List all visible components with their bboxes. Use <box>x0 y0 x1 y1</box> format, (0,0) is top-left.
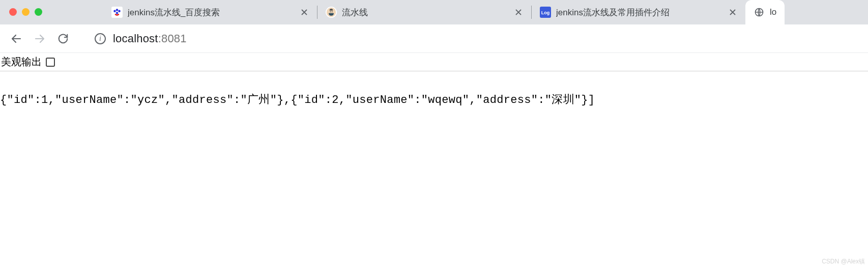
pretty-print-label: 美观输出 <box>1 55 42 69</box>
tabs-container: jenkins流水线_百度搜索 流水线 Log jenkins流水线及常用插件介… <box>103 0 868 24</box>
tab-title: lo <box>770 7 776 17</box>
site-info-icon[interactable]: i <box>95 33 106 44</box>
svg-point-1 <box>116 9 119 11</box>
svg-text:Log: Log <box>541 10 550 15</box>
tab-baidu-search[interactable]: jenkins流水线_百度搜索 <box>103 0 317 24</box>
window-close-button[interactable] <box>9 8 17 16</box>
tab-title: 流水线 <box>342 7 509 18</box>
tab-close-icon[interactable] <box>728 8 737 17</box>
tab-localhost[interactable]: lo <box>745 0 785 24</box>
tab-close-icon[interactable] <box>300 8 309 17</box>
pretty-print-checkbox[interactable] <box>46 58 55 67</box>
address-bar[interactable]: i localhost:8081 <box>82 29 862 49</box>
reload-button[interactable] <box>53 29 73 49</box>
window-controls <box>9 8 42 16</box>
svg-point-2 <box>118 10 121 13</box>
tab-close-icon[interactable] <box>514 8 523 17</box>
tab-title: jenkins流水线及常用插件介绍 <box>556 7 723 18</box>
svg-point-6 <box>330 11 331 12</box>
tab-bar: jenkins流水线_百度搜索 流水线 Log jenkins流水线及常用插件介… <box>0 0 868 24</box>
toolbar: i localhost:8081 <box>0 24 868 53</box>
pretty-print-bar: 美观输出 <box>0 53 868 71</box>
url-port: :8081 <box>158 32 187 45</box>
globe-favicon-icon <box>754 7 765 18</box>
svg-point-7 <box>332 11 333 12</box>
watermark: CSDN @Alex镇 <box>822 257 865 266</box>
baidu-favicon-icon <box>111 7 123 18</box>
csdn-favicon-icon: Log <box>540 7 551 18</box>
window-minimize-button[interactable] <box>22 8 30 16</box>
json-response-body: {"id":1,"userName":"ycz","address":"广州"}… <box>0 71 868 109</box>
svg-point-0 <box>113 10 116 13</box>
url-text: localhost:8081 <box>113 32 187 45</box>
back-button[interactable] <box>6 29 26 49</box>
tab-title: jenkins流水线_百度搜索 <box>128 7 295 18</box>
window-maximize-button[interactable] <box>35 8 42 16</box>
tab-csdn-article[interactable]: Log jenkins流水线及常用插件介绍 <box>532 0 745 24</box>
forward-button[interactable] <box>30 29 50 49</box>
svg-point-3 <box>116 12 119 14</box>
url-host: localhost <box>113 32 158 45</box>
tab-jenkins-pipeline[interactable]: 流水线 <box>317 0 531 24</box>
jenkins-favicon-icon <box>326 7 337 18</box>
